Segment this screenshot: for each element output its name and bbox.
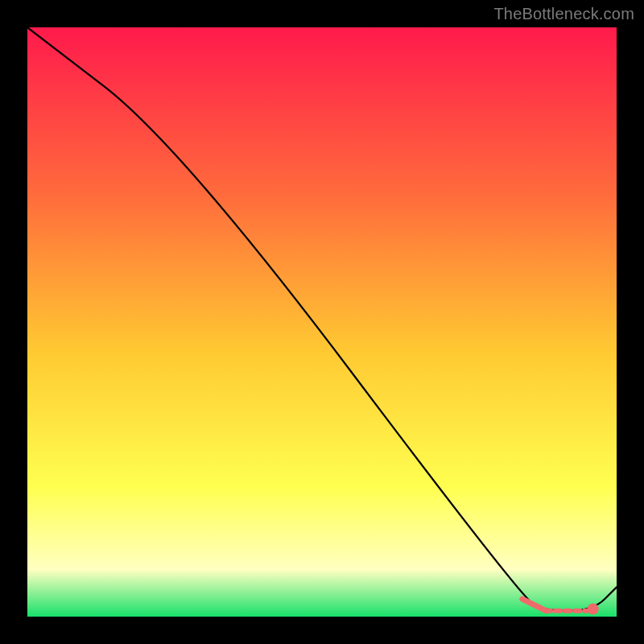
gradient-background: [27, 27, 617, 617]
chart-container: TheBottleneck.com: [0, 0, 644, 644]
chart-svg: [27, 27, 617, 617]
watermark-text: TheBottleneck.com: [493, 5, 634, 23]
marker-point: [588, 603, 599, 614]
plot-area: [27, 27, 617, 617]
